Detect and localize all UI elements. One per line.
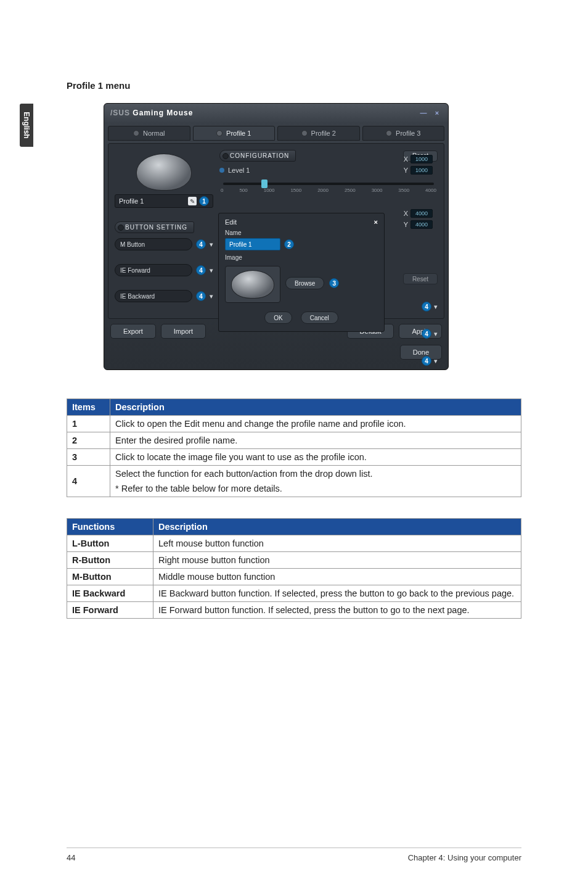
left-column: Profile 1 ✎ 1 BUTTON SETTING M Button 4 … (115, 150, 213, 302)
chapter-label: Chapter 4: Using your computer (408, 853, 521, 862)
configuration-header: CONFIGURATION (219, 150, 296, 162)
callout-badge-4: 4 (422, 356, 431, 366)
table-row: M-Button Middle mouse button function (67, 569, 521, 585)
brand: /SUS Gaming Mouse (110, 109, 193, 117)
page-footer: 44 Chapter 4: Using your computer (67, 848, 521, 862)
xy-readout-1: X1000 Y1000 (404, 155, 433, 175)
table-row: IE Forward IE Forward button function. I… (67, 602, 521, 619)
callout-badge-2: 2 (284, 239, 294, 249)
table-row: 1 Click to open the Edit menu and change… (67, 416, 521, 432)
dot-icon (301, 130, 308, 136)
edit-popup: Edit × Name Profile 1 2 Image Browse 3 O… (218, 213, 385, 332)
cancel-button[interactable]: Cancel (301, 311, 338, 324)
callout-badge-3: 3 (329, 278, 339, 288)
items-table: Items Description 1 Click to open the Ed… (67, 398, 521, 497)
browse-button[interactable]: Browse (285, 277, 324, 289)
xy-readout-2: X4000 Y4000 (404, 209, 433, 229)
side-language-tab: English (20, 104, 33, 147)
image-preview (225, 266, 280, 303)
functions-table: Functions Description L-Button Left mous… (67, 518, 521, 619)
table-row: IE Backward IE Backward button function.… (67, 585, 521, 602)
callout-badge-4: 4 (196, 265, 206, 275)
export-button[interactable]: Export (110, 324, 156, 339)
table-row: L-Button Left mouse button function (67, 535, 521, 552)
tab-profile-2[interactable]: Profile 2 (277, 126, 360, 141)
gaming-mouse-window: /SUS Gaming Mouse — × Normal Profile 1 P… (104, 103, 449, 370)
chevron-down-icon[interactable]: ▾ (434, 330, 438, 338)
dot-icon (386, 130, 392, 136)
slider-knob[interactable] (261, 179, 267, 188)
chevron-down-icon[interactable]: ▾ (434, 357, 438, 365)
mode-tabs: Normal Profile 1 Profile 2 Profile 3 (104, 122, 448, 141)
slider-ticks: 05001000150020002500300035004000 (219, 188, 438, 193)
section-heading: Profile 1 menu (67, 80, 521, 91)
close-icon[interactable]: × (374, 218, 378, 226)
page-number: 44 (67, 853, 75, 862)
table-row: R-Button Right mouse button function (67, 552, 521, 569)
import-button[interactable]: Import (161, 324, 206, 339)
dot-icon (216, 130, 223, 136)
table-header-row: Items Description (67, 399, 521, 416)
table-row: 2 Enter the desired profile name. (67, 432, 521, 449)
chevron-down-icon[interactable]: ▾ (434, 303, 438, 311)
callout-badge-4: 4 (196, 239, 206, 249)
ok-button[interactable]: OK (264, 311, 292, 324)
x-value-2: 4000 (410, 209, 433, 218)
functions-header: Functions (67, 519, 153, 535)
ieforward-label: IE Forward (115, 264, 192, 276)
callout-badge-1: 1 (199, 196, 209, 206)
callout-badge-4: 4 (196, 291, 206, 301)
reset-button-dim[interactable]: Reset (403, 273, 438, 284)
level-label: Level 1 (228, 167, 250, 174)
image-label: Image (225, 254, 378, 261)
name-label: Name (225, 229, 378, 236)
edit-title: Edit (225, 218, 237, 226)
edit-profile-icon[interactable]: ✎ (188, 197, 197, 205)
mouse-icon (231, 270, 274, 299)
button-setting-header: BUTTON SETTING (115, 221, 194, 233)
callout-badge-4: 4 (422, 302, 431, 311)
mouse-icon (136, 154, 192, 191)
minimize-icon[interactable]: — (419, 109, 428, 117)
close-icon[interactable]: × (432, 109, 442, 117)
mbutton-label: M Button (115, 238, 192, 250)
gear-icon (133, 130, 139, 136)
chevron-down-icon[interactable]: ▾ (210, 266, 213, 274)
side-language-label: English (22, 112, 31, 138)
titlebar: /SUS Gaming Mouse — × (104, 104, 448, 122)
profile-name-input[interactable]: Profile 1 (225, 238, 280, 250)
dpi-slider[interactable] (223, 183, 434, 185)
tab-normal[interactable]: Normal (108, 126, 190, 141)
callout-badge-4: 4 (422, 329, 431, 339)
main-panel: Profile 1 ✎ 1 BUTTON SETTING M Button 4 … (108, 143, 444, 319)
description-header: Description (110, 399, 521, 416)
items-header: Items (67, 399, 110, 416)
table-row: 3 Click to locate the image file you wan… (67, 449, 521, 466)
y-value: 1000 (410, 166, 433, 175)
tab-profile-3[interactable]: Profile 3 (362, 126, 445, 141)
y-value-2: 4000 (410, 220, 433, 229)
tab-profile-1[interactable]: Profile 1 (193, 126, 276, 141)
profile-chip-label: Profile 1 (119, 197, 144, 205)
window-controls: — × (419, 109, 442, 117)
iebackward-label: IE Backward (115, 290, 192, 302)
profile-chip: Profile 1 ✎ 1 (115, 194, 213, 208)
table-row: 4 Select the function for each button/ac… (67, 466, 521, 497)
description-header: Description (153, 519, 521, 535)
x-value: 1000 (410, 155, 433, 163)
table-header-row: Functions Description (67, 519, 521, 535)
chevron-down-icon[interactable]: ▾ (210, 292, 213, 300)
page-content: Profile 1 menu /SUS Gaming Mouse — × Nor… (67, 80, 521, 619)
radio-icon[interactable] (219, 168, 224, 173)
chevron-down-icon[interactable]: ▾ (210, 241, 213, 249)
